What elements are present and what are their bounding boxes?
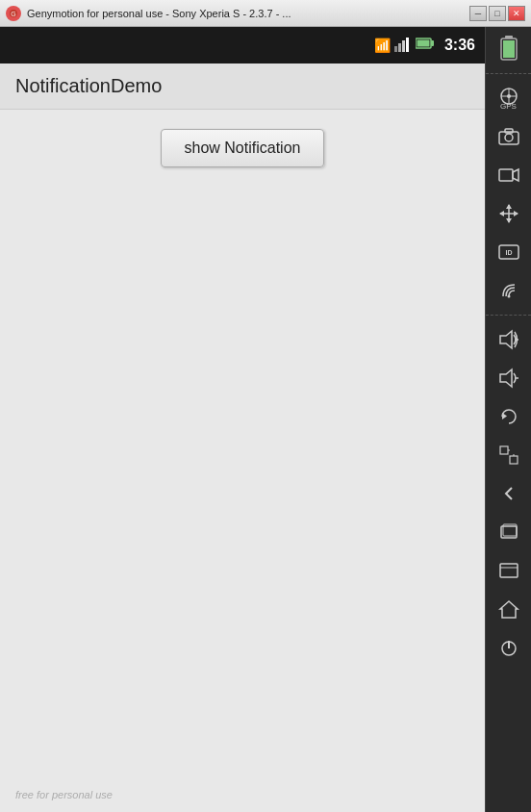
svg-rect-2 bbox=[394, 46, 397, 52]
svg-marker-35 bbox=[502, 413, 507, 419]
camera-button[interactable] bbox=[491, 118, 527, 155]
svg-rect-37 bbox=[510, 456, 518, 464]
window-title: Genymotion for personal use - Sony Xperi… bbox=[27, 8, 469, 19]
gps-button[interactable]: GPS bbox=[491, 80, 527, 116]
scale-button[interactable] bbox=[491, 437, 527, 473]
sidebar-mid-section: GPS bbox=[486, 80, 531, 316]
navigate-button[interactable] bbox=[491, 195, 527, 232]
window: G Genymotion for personal use - Sony Xpe… bbox=[0, 0, 531, 812]
nfc-button[interactable]: ID bbox=[491, 234, 527, 270]
svg-rect-18 bbox=[505, 129, 513, 133]
watermark-text: free for personal use bbox=[15, 789, 113, 800]
svg-marker-20 bbox=[513, 169, 518, 181]
power-button[interactable] bbox=[491, 629, 527, 666]
phone-screen: 📶 bbox=[0, 27, 485, 812]
video-button[interactable] bbox=[491, 157, 527, 193]
sidebar-bottom-section bbox=[486, 321, 531, 808]
home-button[interactable] bbox=[491, 591, 527, 627]
close-button[interactable]: ✕ bbox=[508, 6, 525, 21]
battery-icon bbox=[416, 37, 435, 54]
svg-rect-3 bbox=[398, 43, 401, 52]
svg-marker-24 bbox=[506, 218, 512, 223]
svg-rect-36 bbox=[500, 446, 508, 454]
svg-rect-5 bbox=[406, 38, 409, 52]
svg-point-29 bbox=[507, 295, 510, 298]
svg-rect-19 bbox=[499, 169, 513, 181]
svg-rect-4 bbox=[402, 40, 405, 52]
window-controls: ─ □ ✕ bbox=[469, 6, 525, 21]
signal-icon bbox=[394, 37, 412, 55]
svg-text:ID: ID bbox=[505, 249, 512, 256]
svg-marker-25 bbox=[499, 211, 504, 216]
overview-button[interactable] bbox=[491, 552, 527, 589]
gps-label: GPS bbox=[500, 102, 517, 111]
app-header: NotificationDemo bbox=[0, 63, 485, 110]
svg-rect-11 bbox=[503, 40, 515, 58]
back-button[interactable] bbox=[491, 475, 527, 512]
show-notification-button[interactable]: show Notification bbox=[161, 129, 325, 167]
svg-rect-8 bbox=[417, 40, 429, 47]
svg-marker-30 bbox=[500, 331, 512, 348]
svg-point-15 bbox=[507, 94, 511, 98]
app-title: NotificationDemo bbox=[15, 75, 162, 97]
volume-down-button[interactable] bbox=[491, 360, 527, 396]
svg-marker-33 bbox=[500, 369, 512, 387]
recent-apps-button[interactable] bbox=[491, 514, 527, 550]
restore-button[interactable]: □ bbox=[489, 6, 506, 21]
title-bar: G Genymotion for personal use - Sony Xpe… bbox=[0, 0, 531, 27]
svg-rect-7 bbox=[431, 40, 434, 46]
minimize-button[interactable]: ─ bbox=[469, 6, 487, 21]
main-area: 📶 bbox=[0, 27, 531, 812]
sidebar-top-section bbox=[486, 31, 531, 74]
svg-marker-23 bbox=[506, 204, 512, 209]
app-icon: G bbox=[6, 6, 21, 21]
svg-text:G: G bbox=[11, 11, 15, 17]
battery-status-icon bbox=[491, 31, 527, 67]
sidebar: GPS bbox=[485, 27, 531, 812]
svg-marker-44 bbox=[500, 601, 518, 618]
wifi-icon: 📶 bbox=[374, 38, 391, 53]
status-bar: 📶 bbox=[0, 27, 485, 63]
time-display: 3:36 bbox=[444, 37, 475, 54]
app-content: show Notification free for personal use bbox=[0, 110, 485, 812]
svg-marker-26 bbox=[514, 211, 518, 216]
radio-button[interactable] bbox=[491, 272, 527, 309]
rotate-button[interactable] bbox=[491, 398, 527, 435]
svg-rect-42 bbox=[500, 564, 518, 577]
svg-point-17 bbox=[505, 134, 513, 141]
status-icons: 📶 bbox=[374, 37, 475, 55]
volume-up-button[interactable] bbox=[491, 321, 527, 358]
